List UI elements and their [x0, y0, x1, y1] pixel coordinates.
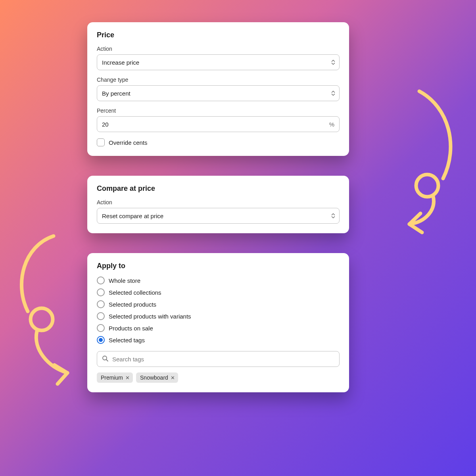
- sort-icon: [331, 91, 335, 96]
- percent-field: Percent %: [97, 107, 340, 132]
- apply-to-card: Apply to Whole storeSelected collections…: [87, 253, 349, 392]
- compare-action-label: Action: [97, 199, 340, 205]
- action-label: Action: [97, 46, 340, 52]
- apply-radio-option[interactable]: Selected collections: [97, 288, 340, 296]
- radio-label: Selected products with variants: [109, 313, 191, 320]
- radio-label: Selected products: [109, 301, 156, 308]
- change-type-select-value: By percent: [102, 90, 131, 97]
- radio-label: Selected tags: [109, 337, 145, 344]
- selected-tags: Premium✕Snowboard✕: [97, 372, 340, 383]
- compare-action-field: Action Reset compare at price: [97, 199, 340, 224]
- apply-radio-option[interactable]: Products on sale: [97, 324, 340, 332]
- price-title: Price: [97, 31, 340, 39]
- compare-at-price-card: Compare at price Action Reset compare at…: [87, 176, 349, 233]
- close-icon[interactable]: ✕: [125, 375, 130, 380]
- compare-action-select[interactable]: Reset compare at price: [97, 208, 340, 224]
- search-tags-input[interactable]: Search tags: [97, 351, 340, 367]
- action-select[interactable]: Increase price: [97, 54, 340, 70]
- change-type-field: Change type By percent: [97, 77, 340, 101]
- radio-label: Whole store: [109, 277, 140, 284]
- tag-chip[interactable]: Snowboard✕: [136, 372, 178, 383]
- price-card: Price Action Increase price Change type …: [87, 22, 349, 156]
- curly-arrow-icon: [2, 230, 97, 389]
- radio-label: Products on sale: [109, 325, 153, 332]
- radio-button[interactable]: [97, 336, 105, 344]
- override-cents-row[interactable]: Override cents: [97, 138, 340, 146]
- apply-radio-option[interactable]: Selected products with variants: [97, 312, 340, 320]
- compare-title: Compare at price: [97, 184, 340, 193]
- percent-input[interactable]: [102, 117, 334, 132]
- radio-label: Selected collections: [109, 289, 161, 296]
- radio-button[interactable]: [97, 288, 105, 296]
- sort-icon: [331, 213, 335, 219]
- radio-button[interactable]: [97, 300, 105, 308]
- percent-label: Percent: [97, 107, 340, 114]
- search-icon: [102, 355, 108, 363]
- apply-radio-option[interactable]: Selected tags: [97, 336, 340, 344]
- tag-chip[interactable]: Premium✕: [97, 372, 133, 383]
- radio-button[interactable]: [97, 324, 105, 332]
- change-type-select[interactable]: By percent: [97, 85, 340, 101]
- apply-title: Apply to: [97, 262, 340, 270]
- change-type-label: Change type: [97, 77, 340, 83]
- action-select-value: Increase price: [102, 59, 139, 66]
- curly-arrow-icon: [366, 87, 465, 238]
- svg-point-2: [416, 175, 438, 197]
- action-field: Action Increase price: [97, 46, 340, 70]
- sort-icon: [331, 60, 335, 65]
- override-cents-label: Override cents: [109, 139, 148, 146]
- svg-point-3: [31, 308, 53, 330]
- compare-action-select-value: Reset compare at price: [102, 213, 163, 219]
- radio-button[interactable]: [97, 312, 105, 320]
- percent-suffix: %: [329, 121, 334, 128]
- close-icon[interactable]: ✕: [171, 375, 175, 380]
- tag-label: Snowboard: [140, 374, 168, 381]
- tag-label: Premium: [101, 374, 123, 381]
- radio-button[interactable]: [97, 276, 105, 284]
- apply-radio-option[interactable]: Selected products: [97, 300, 340, 308]
- apply-radio-option[interactable]: Whole store: [97, 276, 340, 284]
- apply-radio-list: Whole storeSelected collectionsSelected …: [97, 276, 340, 344]
- percent-input-wrap[interactable]: %: [97, 116, 340, 132]
- svg-line-1: [106, 360, 108, 361]
- override-cents-checkbox[interactable]: [97, 138, 105, 146]
- search-placeholder: Search tags: [112, 356, 144, 363]
